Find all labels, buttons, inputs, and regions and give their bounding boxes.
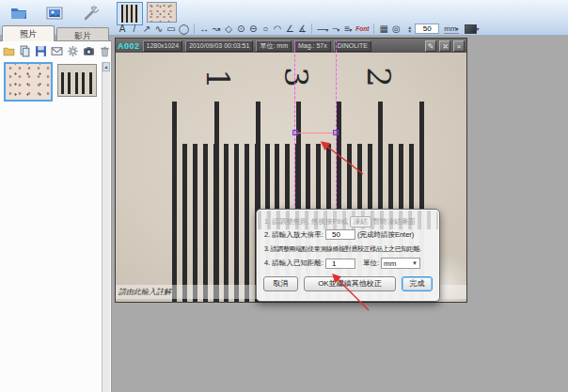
resolution-badge: 1280x1024 <box>143 40 183 52</box>
measure-angle-tool-icon[interactable]: ∠ <box>284 23 295 35</box>
image-id-label: A002 <box>118 41 140 51</box>
background-image-dropdown[interactable] <box>465 24 477 34</box>
measure-arc-tool-icon[interactable]: ◠ <box>272 23 283 35</box>
delete-icon[interactable] <box>98 44 112 58</box>
ellipse-tool-icon[interactable]: ◯ <box>178 23 190 35</box>
step3-label: 3. 請調整兩端點使量測線條能對應校正樣品上之已知距離. <box>264 244 421 254</box>
toolbar-separator <box>373 24 374 34</box>
measure-line-tool-icon[interactable]: ↔ <box>198 23 210 35</box>
toolbar-separator <box>194 24 195 34</box>
magnification-input-field[interactable] <box>325 229 355 240</box>
step1-suffix: 暫時凍結畫面 <box>373 217 416 227</box>
size-spinner[interactable]: ▲▼ <box>407 25 412 33</box>
annotation-toolbar: A/↗∿▭◯↔↝◇⊙⊖○◠∠∡—▾┄▾≡▾Font▦◎▲▼mm▾▾ <box>117 22 480 36</box>
dialog-step3: 3. 請調整兩端點使量測線條能對應校正樣品上之已知距離. <box>264 244 434 254</box>
done-button[interactable]: 完成 <box>402 276 433 291</box>
freeze-button[interactable]: 凍結 <box>350 216 371 227</box>
grid-button-icon[interactable]: ▦ <box>378 23 389 35</box>
dialog-step4: 4. 請輸入已知距離: 單位: mm ▼ <box>264 258 434 269</box>
scrollbar-up-arrow[interactable]: ▲ <box>103 62 110 71</box>
freehand-tool-icon[interactable]: ∿ <box>153 23 165 35</box>
top-thumbnail-pattern[interactable] <box>147 2 177 23</box>
dialog-step2: 2. 請輸入放大倍率: (完成時請按Enter) <box>264 229 434 240</box>
line-color-dropdown-icon[interactable]: —▾ <box>316 23 329 35</box>
measure-circle-diameter-tool-icon[interactable]: ⊖ <box>247 23 259 35</box>
calibration-dialog: 1. 請調整焦距, 然後按F9或 凍結 暫時凍結畫面 2. 請輸入放大倍率: (… <box>256 209 440 302</box>
cancel-button[interactable]: 取消 <box>263 276 298 291</box>
rectangle-tool-icon[interactable]: ▭ <box>166 23 177 35</box>
line-width-dropdown-icon[interactable]: ≡▾ <box>342 23 354 35</box>
left-panel-tabs: 照片 影片 <box>0 25 113 41</box>
edit-tool-button[interactable]: ✎ <box>425 40 436 52</box>
font-button-icon[interactable]: Font <box>355 23 370 35</box>
step2-hint: (完成時請按Enter) <box>357 230 414 240</box>
unit-badge: 單位: mm <box>256 40 292 52</box>
calibration-guide-line-right <box>336 40 337 211</box>
unit-label: 單位: <box>363 259 379 268</box>
magnification-toolbar-input[interactable] <box>415 24 439 34</box>
ruler-number-label: 3 <box>277 58 315 96</box>
measurement-handle-right[interactable] <box>333 130 339 135</box>
toolbar-separator <box>311 24 312 34</box>
measure-polyline-tool-icon[interactable]: ↝ <box>211 23 222 35</box>
magnification-badge: Mag.: 57x <box>294 40 331 52</box>
measure-polygon-tool-icon[interactable]: ◇ <box>223 23 234 35</box>
measurement-handle-left[interactable] <box>292 130 298 135</box>
photo-actions-toolbar <box>2 44 112 58</box>
step4-label: 4. 請輸入已知距離: <box>264 259 323 268</box>
known-distance-input[interactable] <box>325 259 355 269</box>
step1-prefix: 1. 請調整焦距, 然後按F9或 <box>264 217 348 227</box>
viewer-header: A002 1280x10242010/09/03 00:03:51單位: mmM… <box>116 39 466 53</box>
ruler-mini-image <box>121 5 138 23</box>
capture-icon[interactable] <box>82 44 96 58</box>
settings-icon[interactable] <box>66 44 80 58</box>
measurement-line[interactable] <box>295 133 337 133</box>
photo-thumbnail-selected[interactable] <box>4 62 53 102</box>
ruler-number-label: 2 <box>360 58 398 96</box>
photo-thumbnail-ruler[interactable] <box>57 64 97 97</box>
measure-circle-center-tool-icon[interactable]: ⊙ <box>235 23 246 35</box>
unit-toolbar-dropdown[interactable]: mm▾ <box>444 24 458 34</box>
dinocapture-app: i A/↗∿▭◯↔↝◇⊙⊖○◠∠∡—▾┄▾≡▾Font▦◎▲▼mm▾▾ 照片 影… <box>0 0 568 392</box>
chevron-down-icon: ▾ <box>477 25 480 32</box>
chevron-down-icon: ▼ <box>412 260 418 266</box>
photo-list-panel: ▲ <box>0 40 112 392</box>
measure-angle3-tool-icon[interactable]: ∡ <box>296 23 308 35</box>
dialog-buttons: 取消 OK並繼續其他校正 完成 <box>257 276 439 291</box>
copy-icon[interactable] <box>18 44 32 58</box>
text-tool-icon[interactable]: A <box>117 23 128 35</box>
tab-videos[interactable]: 影片 <box>56 27 109 41</box>
email-icon[interactable] <box>50 44 64 58</box>
measure-circle-tool-icon[interactable]: ○ <box>260 23 271 35</box>
line-tool-icon[interactable]: / <box>129 23 140 35</box>
ruler-major-tick <box>172 102 177 302</box>
device-badge: DINOLITE <box>334 40 371 52</box>
save-icon[interactable] <box>34 44 48 58</box>
calibration-guide-line-left <box>294 40 295 211</box>
ruler-thumb-bars <box>61 72 93 94</box>
magnifier-button-icon[interactable]: ◎ <box>390 23 402 35</box>
timestamp-badge: 2010/09/03 00:03:51 <box>185 40 253 52</box>
step2-label: 2. 請輸入放大倍率: <box>264 230 323 240</box>
open-folder-icon[interactable] <box>8 2 30 24</box>
line-style-dropdown-icon[interactable]: ┄▾ <box>330 23 341 35</box>
dialog-step1: 1. 請調整焦距, 然後按F9或 凍結 暫時凍結畫面 <box>264 216 434 227</box>
tools-icon[interactable] <box>79 2 102 24</box>
left-panel: 照片 影片 ▲ <box>0 25 113 392</box>
tab-photos[interactable]: 照片 <box>2 25 55 41</box>
thumbnail-scrollbar[interactable]: ▲ <box>102 62 110 392</box>
open-icon[interactable] <box>2 44 16 58</box>
ruler-number-label: 1 <box>199 60 237 98</box>
unit-select[interactable]: mm ▼ <box>381 258 420 269</box>
ok-continue-button[interactable]: OK並繼續其他校正 <box>304 276 396 291</box>
capture-window-icon[interactable] <box>43 2 66 24</box>
fullscreen-button[interactable]: ✛ <box>439 40 450 52</box>
ruler-major-tick <box>214 102 219 302</box>
close-viewer-button[interactable]: × <box>453 40 465 52</box>
arrow-tool-icon[interactable]: ↗ <box>141 23 152 35</box>
unit-value: mm <box>384 259 396 268</box>
